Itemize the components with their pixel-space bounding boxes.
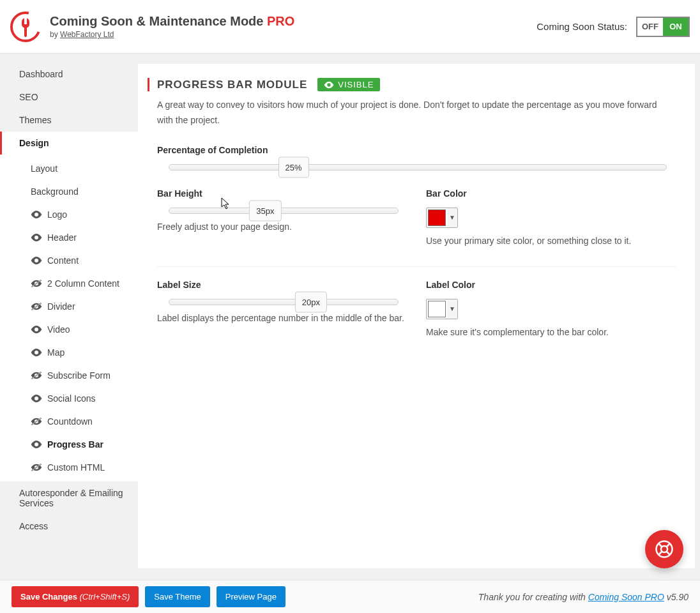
eye-icon [31,325,42,334]
eye-icon [31,210,42,219]
subnav-label: Video [47,324,70,335]
subnav-label: Map [47,347,65,358]
subnav-label: Progress Bar [47,439,103,450]
app-header: Coming Soon & Maintenance Mode PRO by We… [0,0,700,54]
bar-height-handle[interactable]: 35px [249,200,281,221]
save-theme-button[interactable]: Save Theme [145,586,209,607]
bar-color-help: Use your primary site color, or somethin… [426,236,676,246]
label-size-label: Label Size [157,280,407,290]
eye-icon [31,394,42,403]
subnav-item-2-column-content[interactable]: 2 Column Content [0,272,138,295]
subnav-label: Logo [47,209,67,220]
visibility-badge[interactable]: VISIBLE [317,78,380,91]
subnav-label: Custom HTML [47,462,105,473]
nav-item-seo[interactable]: SEO [0,86,138,109]
footer-credits: Thank you for creating with Coming Soon … [478,592,689,602]
bar-height-label: Bar Height [157,188,407,199]
subnav-item-logo[interactable]: Logo [0,203,138,226]
help-fab[interactable] [645,530,683,568]
bar-color-picker[interactable]: ▼ [426,208,458,228]
subnav-item-countdown[interactable]: Countdown [0,410,138,433]
eye-off-icon [31,371,42,380]
module-description: A great way to convey to visitors how mu… [157,98,668,128]
label-color-help: Make sure it's complementary to the bar … [426,327,676,337]
app-logo [10,11,41,42]
save-changes-button[interactable]: Save Changes (Ctrl+Shift+S) [11,586,139,607]
label-size-slider[interactable]: 20px [169,299,399,305]
subnav-label: Social Icons [47,393,95,404]
chevron-down-icon: ▼ [447,208,457,227]
settings-panel: PROGRESS BAR MODULE VISIBLE A great way … [138,64,695,568]
nav-item-autoresponder-emailing-services[interactable]: Autoresponder & Emailing Services [0,481,138,515]
nav-item-access[interactable]: Access [0,515,138,538]
eye-off-icon [31,279,42,288]
bar-color-label: Bar Color [426,188,676,199]
vendor-link[interactable]: WebFactory Ltd [60,30,114,39]
eye-off-icon [31,417,42,426]
subnav-item-background[interactable]: Background [0,180,138,203]
lifebuoy-icon [655,540,674,559]
svg-rect-1 [24,18,27,24]
sidebar: DashboardSEOThemesDesignLayoutBackground… [0,54,138,580]
status-toggle[interactable]: OFF ON [636,17,690,37]
toggle-on[interactable]: ON [663,18,689,36]
subnav-item-map[interactable]: Map [0,341,138,364]
subnav-item-header[interactable]: Header [0,226,138,249]
percentage-handle[interactable]: 25% [278,156,308,178]
subnav-item-social-icons[interactable]: Social Icons [0,387,138,410]
preview-page-button[interactable]: Preview Page [217,586,285,607]
label-size-handle[interactable]: 20px [295,291,327,312]
footer-bar: Save Changes (Ctrl+Shift+S) Save Theme P… [0,580,700,613]
app-byline: by WebFactory Ltd [50,30,294,39]
subnav-label: Divider [47,301,75,312]
subnav-item-video[interactable]: Video [0,318,138,341]
svg-point-13 [661,546,667,552]
eye-off-icon [31,302,42,311]
label-color-swatch [428,301,446,317]
subnav-item-subscribe-form[interactable]: Subscribe Form [0,364,138,387]
eye-icon [31,348,42,357]
subnav-label: Countdown [47,416,93,427]
svg-line-17 [667,552,670,555]
status-label: Coming Soon Status: [536,21,627,32]
eye-icon [31,440,42,449]
svg-line-15 [667,543,670,547]
subnav-item-custom-html[interactable]: Custom HTML [0,456,138,479]
subnav-item-layout[interactable]: Layout [0,157,138,180]
chevron-down-icon: ▼ [447,299,457,319]
label-color-label: Label Color [426,280,676,290]
subnav-label: Content [47,255,79,266]
eye-icon [31,256,42,265]
app-title: Coming Soon & Maintenance Mode PRO [50,14,294,29]
label-color-picker[interactable]: ▼ [426,299,458,319]
percentage-slider[interactable]: 25% [169,164,667,170]
brand: Coming Soon & Maintenance Mode PRO by We… [10,11,294,42]
svg-line-14 [658,543,662,547]
percentage-label: Percentage of Completion [157,145,676,155]
product-link[interactable]: Coming Soon PRO [588,592,664,602]
module-title: PROGRESS BAR MODULE [157,79,307,91]
bar-height-slider[interactable]: 35px [169,208,399,214]
subnav-label: 2 Column Content [47,278,119,289]
eye-off-icon [31,463,42,472]
toggle-off[interactable]: OFF [637,18,663,36]
eye-icon [324,81,334,89]
eye-icon [31,233,42,242]
subnav-item-progress-bar[interactable]: Progress Bar [0,433,138,456]
nav-item-design[interactable]: Design [0,132,138,155]
subnav-item-content[interactable]: Content [0,249,138,272]
nav-item-dashboard[interactable]: Dashboard [0,63,138,86]
nav-item-themes[interactable]: Themes [0,109,138,132]
bar-color-swatch [428,209,446,226]
subnav-label: Subscribe Form [47,370,110,381]
svg-line-16 [658,552,662,555]
subnav-item-divider[interactable]: Divider [0,295,138,318]
bar-height-help: Freely adjust to your page design. [157,222,407,232]
subnav-label: Header [47,232,77,243]
label-size-help: Label displays the percentage number in … [157,313,407,323]
